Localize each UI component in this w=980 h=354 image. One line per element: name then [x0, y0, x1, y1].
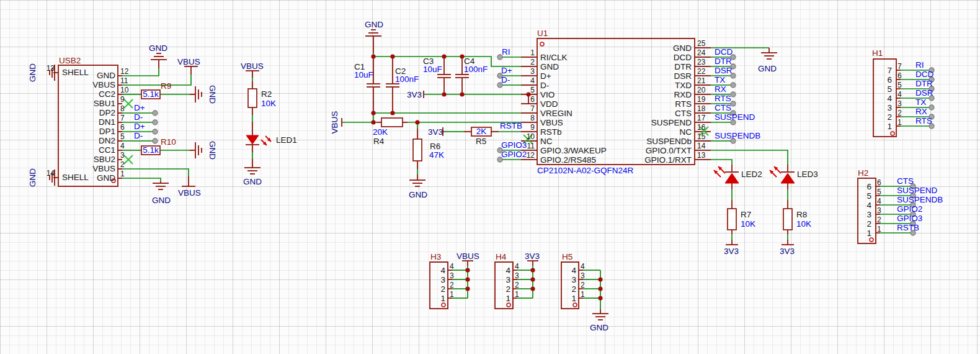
pin-number-25[interactable]: 25	[697, 39, 706, 48]
ref-h5[interactable]: H5	[562, 252, 572, 261]
net-port-dot[interactable]	[731, 101, 736, 106]
net-port-dot[interactable]	[153, 111, 158, 116]
pin-name-rts[interactable]: RTS	[675, 99, 692, 109]
pin-name-4[interactable]: 4	[506, 266, 510, 275]
ref-h4[interactable]: H4	[496, 252, 507, 261]
pin-name-shell[interactable]: SHELL	[62, 68, 89, 77]
pin-number-2[interactable]: 2	[120, 160, 125, 169]
net-label-rts[interactable]: RTS	[715, 94, 731, 103]
pin-name-cc2[interactable]: CC2	[99, 89, 115, 99]
led-triangle-icon[interactable]	[246, 135, 259, 144]
value-10k[interactable]: 10K	[741, 219, 755, 229]
pin-name-vio[interactable]: VIO	[540, 90, 555, 99]
pin-name-6[interactable]: 6	[887, 75, 892, 84]
ref-usb2[interactable]: USB2	[59, 56, 81, 65]
pin-number-10[interactable]: 10	[120, 86, 129, 94]
net-label-d-[interactable]: D-	[501, 75, 510, 84]
pin-name-3[interactable]: 3	[440, 275, 445, 284]
pin-number-20[interactable]: 20	[697, 86, 706, 94]
pin-name-d-[interactable]: D-	[540, 81, 549, 90]
pin-number-4[interactable]: 4	[898, 90, 902, 99]
pin-number-1[interactable]: 1	[530, 48, 535, 57]
designator-r8[interactable]: R8	[796, 210, 807, 219]
net-port-dot[interactable]	[153, 138, 158, 143]
net-label-d+[interactable]: D+	[134, 103, 145, 112]
pin-name-nc[interactable]: NC	[680, 127, 692, 137]
pin-number-15[interactable]: 15	[697, 132, 706, 141]
net-label-d+[interactable]: D+	[134, 122, 145, 131]
pin-number-4[interactable]: 4	[877, 197, 881, 206]
ref-r10[interactable]: R10	[161, 137, 176, 147]
net-label-dsr[interactable]: DSR	[715, 66, 733, 75]
pin-number-6[interactable]: 6	[877, 178, 881, 187]
pin-name-2[interactable]: 2	[440, 284, 445, 294]
pin-name-riclk[interactable]: RI/CLK	[540, 53, 568, 62]
pin-name-dn2[interactable]: DN2	[99, 136, 115, 145]
pin-number-5[interactable]: 5	[530, 86, 535, 94]
value-10uf[interactable]: 10uF	[354, 70, 373, 79]
pin-name-4[interactable]: 4	[887, 94, 892, 103]
pin-name-4[interactable]: 4	[440, 266, 445, 275]
pin-name-3[interactable]: 3	[866, 210, 871, 219]
pin-name-rxd[interactable]: RXD	[674, 90, 692, 99]
pin-number-2[interactable]: 2	[898, 109, 902, 117]
pin-number-24[interactable]: 24	[697, 48, 706, 57]
net-label-dsr[interactable]: DSR	[915, 88, 933, 98]
r8-body[interactable]	[783, 209, 792, 230]
power-label-gnd[interactable]: GND	[409, 190, 427, 199]
net-port-dot[interactable]	[153, 129, 158, 134]
r6-body[interactable]	[413, 139, 422, 161]
pin-number-10[interactable]: 10	[527, 132, 535, 141]
net-label-cts[interactable]: CTS	[715, 103, 731, 112]
pin-number-3[interactable]: 3	[877, 206, 881, 215]
pin-number-3[interactable]: 3	[581, 271, 585, 280]
pin-name-gnd[interactable]: GND	[97, 71, 115, 80]
pin-number-3[interactable]: 3	[898, 99, 902, 108]
led-triangle-icon[interactable]	[781, 173, 795, 183]
pin-name-vbus[interactable]: VBUS	[92, 164, 115, 173]
pin-number-6[interactable]: 6	[120, 123, 125, 132]
net-label-ri[interactable]: RI	[502, 47, 510, 57]
power-label-gnd[interactable]: GND	[208, 85, 217, 104]
pin-name-gpio3wakeup[interactable]: GPIO.3/WAKEUP	[540, 146, 607, 155]
pin-name-3[interactable]: 3	[506, 275, 510, 284]
power-label-vbus[interactable]: VBUS	[178, 188, 201, 197]
pin-number-22[interactable]: 22	[697, 67, 706, 76]
pin-number-2[interactable]: 2	[877, 216, 881, 224]
power-label-3v3[interactable]: 3V3	[724, 247, 739, 256]
pin-name-dcd[interactable]: DCD	[674, 53, 692, 62]
pin-name-gpio1rxt[interactable]: GPIO.1/RXT	[644, 155, 692, 165]
value-100nf[interactable]: 100nF	[395, 75, 419, 84]
pin-name-nc[interactable]: NC	[540, 137, 553, 146]
pin-number-1[interactable]: 1	[581, 290, 585, 299]
pin-name-gnd[interactable]: GND	[97, 173, 115, 183]
pin-number-18[interactable]: 18	[697, 104, 706, 113]
value-51k[interactable]: 5.1k	[143, 145, 159, 155]
pin-number-1[interactable]: 1	[515, 290, 519, 299]
pin-number-14[interactable]: 14	[697, 142, 706, 150]
power-label-3v3[interactable]: 3V3	[780, 247, 795, 256]
pin-number-8[interactable]: 8	[120, 104, 125, 113]
pin-name-vbus[interactable]: VBUS	[92, 80, 115, 89]
value-47k[interactable]: 47K	[429, 150, 444, 160]
pin-number-5[interactable]: 5	[877, 188, 881, 196]
net-port-dot[interactable]	[153, 120, 158, 125]
pin-name-7[interactable]: 7	[887, 66, 892, 75]
net-label-tx[interactable]: TX	[715, 75, 725, 84]
power-label-gnd[interactable]: GND	[152, 196, 171, 205]
pin-name-1[interactable]: 1	[866, 229, 871, 238]
power-label-vbus[interactable]: VBUS	[330, 111, 339, 134]
pin-name-dn1[interactable]: DN1	[99, 117, 115, 127]
r7-body[interactable]	[728, 209, 736, 230]
pin-name-4[interactable]: 4	[571, 266, 576, 275]
net-label-dcd[interactable]: DCD	[715, 47, 733, 57]
wire-segment[interactable]	[711, 150, 788, 165]
net-label-d+[interactable]: D+	[501, 66, 512, 75]
pin-number-8[interactable]: 8	[530, 114, 535, 122]
wire-segment[interactable]	[711, 160, 732, 165]
wire-segment[interactable]	[122, 169, 189, 176]
designator-led2[interactable]: LED2	[741, 170, 762, 179]
pin-number-2[interactable]: 2	[530, 58, 535, 66]
pin-name-6[interactable]: 6	[866, 182, 871, 191]
net-label-dtr[interactable]: DTR	[915, 79, 933, 88]
